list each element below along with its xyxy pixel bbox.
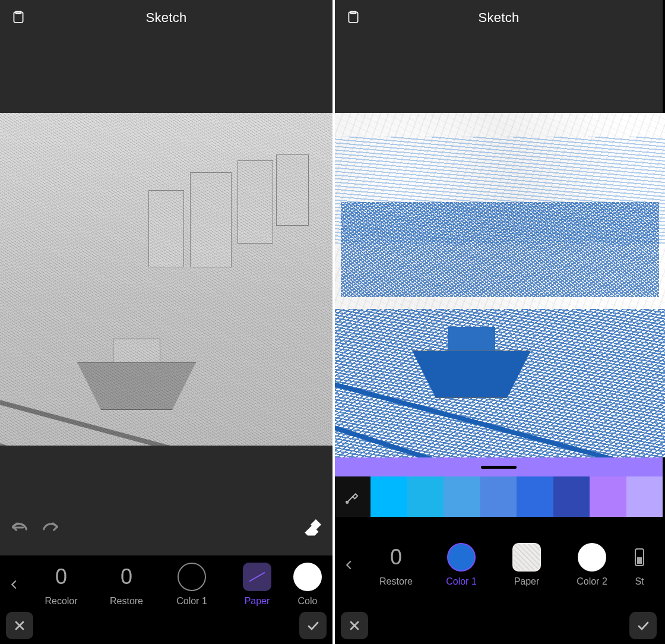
confirm-button[interactable] [629, 612, 657, 639]
tools-back-button[interactable] [335, 558, 363, 572]
color-swatches[interactable] [370, 476, 663, 517]
swatch-4[interactable] [517, 476, 553, 517]
color-ring-icon [178, 563, 206, 591]
tool-color2-partial[interactable]: Colo [290, 563, 325, 607]
tool-value: 0 [390, 543, 402, 572]
redo-button[interactable] [40, 517, 61, 540]
clipboard-icon[interactable] [346, 9, 361, 27]
svg-rect-7 [637, 557, 642, 564]
screen-left: Sketch [0, 0, 332, 644]
tool-color2[interactable]: Color 2 [559, 543, 625, 587]
tool-value: 0 [121, 563, 132, 591]
tool-paper[interactable]: Paper [224, 563, 290, 607]
swatch-0[interactable] [370, 476, 407, 517]
tool-label: Recolor [45, 596, 77, 607]
clipboard-icon[interactable] [11, 9, 26, 27]
undo-button[interactable] [10, 517, 30, 540]
tools-back-button[interactable] [0, 578, 28, 591]
cancel-button[interactable] [6, 612, 33, 639]
tool-label: Restore [379, 576, 413, 587]
screen-right: Sketch 0 Restore [332, 0, 663, 644]
header: Sketch [335, 0, 663, 36]
tool-strength-partial[interactable]: St [625, 543, 654, 587]
tool-label: Color 1 [176, 596, 207, 607]
tool-restore[interactable]: 0 Restore [94, 563, 159, 607]
swatch-5[interactable] [553, 476, 590, 517]
cancel-button[interactable] [341, 612, 368, 639]
canvas[interactable] [335, 113, 663, 457]
tools-row: 0 Recolor 0 Restore Color 1 Paper Colo [0, 555, 332, 607]
sketch-image-grey [0, 113, 332, 446]
tool-label: Paper [514, 576, 540, 587]
canvas[interactable] [0, 113, 332, 446]
eraser-button[interactable] [303, 517, 323, 540]
swatch-7[interactable] [626, 476, 663, 517]
swatch-drawer-handle[interactable] [335, 457, 663, 476]
tool-label: Restore [110, 596, 143, 607]
color-ring-icon [293, 563, 322, 591]
tool-label: Color 1 [446, 576, 477, 587]
tool-recolor[interactable]: 0 Recolor [28, 563, 94, 607]
paper-tile-icon [243, 563, 271, 591]
confirm-row [0, 607, 332, 644]
tools-scroller[interactable]: 0 Restore Color 1 Paper Color 2 St [363, 543, 663, 587]
tool-value: 0 [55, 563, 67, 591]
drag-handle-icon [481, 466, 517, 469]
tool-label: Color 2 [577, 576, 607, 587]
canvas-bottom-padding [0, 446, 332, 502]
color-ring-icon [578, 543, 606, 572]
tool-restore[interactable]: 0 Restore [363, 543, 429, 587]
swatch-row [335, 476, 663, 517]
tool-label: Colo [298, 596, 318, 607]
swatch-1[interactable] [407, 476, 444, 517]
sketch-image-blue [335, 113, 665, 457]
tool-paper[interactable]: Paper [494, 543, 559, 587]
undo-redo-row [0, 502, 332, 555]
swatch-3[interactable] [480, 476, 517, 517]
tools-scroller[interactable]: 0 Recolor 0 Restore Color 1 Paper Colo [28, 563, 332, 607]
canvas-top-padding [0, 36, 332, 113]
header: Sketch [0, 0, 332, 36]
page-title: Sketch [335, 10, 663, 26]
confirm-row [335, 607, 663, 644]
page-title: Sketch [0, 10, 332, 26]
eyedropper-button[interactable] [335, 476, 370, 517]
tool-color1[interactable]: Color 1 [159, 563, 224, 607]
tool-label: Paper [245, 596, 270, 607]
swatch-2[interactable] [444, 476, 480, 517]
confirm-button[interactable] [299, 612, 327, 639]
tool-color1[interactable]: Color 1 [429, 543, 494, 587]
color-ring-icon [447, 543, 476, 572]
strength-icon [632, 545, 647, 569]
tools-row: 0 Restore Color 1 Paper Color 2 St [335, 517, 663, 607]
tool-label: St [635, 576, 644, 587]
paper-tile-icon [512, 543, 541, 572]
canvas-top-padding [335, 36, 663, 113]
swatch-6[interactable] [590, 476, 626, 517]
